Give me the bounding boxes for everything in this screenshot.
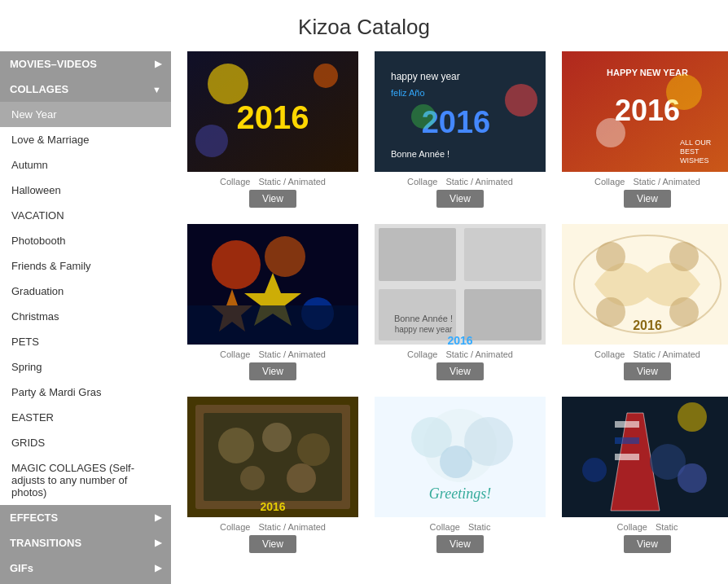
card-info-3: CollageStatic / Animated [594,177,700,187]
sidebar-item-effects[interactable]: EFFECTS▶ [0,505,171,530]
sidebar-label: Halloween [11,184,61,196]
card-animation-type: Static / Animated [445,349,513,359]
sidebar-label: MAGIC COLLAGES (Self-adjusts to any numb… [11,462,161,498]
svg-text:BEST: BEST [680,147,699,156]
svg-point-42 [669,297,699,327]
sidebar-item-collages[interactable]: COLLAGES▼ [0,77,171,102]
sidebar-label: PETS [11,336,39,348]
view-button-5[interactable]: View [436,362,484,380]
card-info-9: CollageStatic [617,522,678,532]
collage-card-7: 2016 CollageStatic / AnimatedView [187,397,358,553]
sidebar-item-photobooth[interactable]: Photobooth [0,228,171,253]
collage-image-3: HAPPY NEW YEAR 2016 ALL OUR BEST WISHES [562,51,728,172]
sidebar-item-party-mardi-gras[interactable]: Party & Mardi Gras [0,380,171,405]
card-info-6: CollageStatic / Animated [594,349,700,359]
view-button-2[interactable]: View [436,190,484,208]
arrow-icon: ▶ [155,538,161,548]
sidebar-item-easter[interactable]: EASTER [0,405,171,430]
collage-image-2: happy new year feliz Año 2016 Bonne Anné… [375,51,546,172]
view-button-4[interactable]: View [249,362,296,380]
svg-point-39 [596,242,625,271]
sidebar-item-transitions[interactable]: TRANSITIONS▶ [0,530,171,555]
svg-point-41 [596,297,625,327]
page-title: Kizoa Catalog [0,0,728,51]
svg-rect-31 [464,228,542,281]
view-button-8[interactable]: View [436,535,484,553]
card-animation-type: Static / Animated [633,177,700,187]
sidebar-label: COLLAGES [10,83,68,95]
sidebar-item-autumn[interactable]: Autumn [0,152,171,178]
view-button-3[interactable]: View [624,190,671,208]
sidebar-item-magic-collages[interactable]: MAGIC COLLAGES (Self-adjusts to any numb… [0,455,171,505]
collage-image-9 [562,397,728,517]
view-button-9[interactable]: View [624,535,671,553]
sidebar-item-spring[interactable]: Spring [0,354,171,380]
collage-card-2: happy new year feliz Año 2016 Bonne Anné… [375,51,546,208]
svg-rect-30 [379,228,456,281]
sidebar-label: Love & Marriage [11,134,89,146]
collage-image-7: 2016 [187,397,358,517]
card-type-label: Collage [220,177,250,187]
view-button-7[interactable]: View [249,535,296,553]
card-view-row: View [249,190,296,208]
sidebar-item-love-marriage[interactable]: Love & Marriage [0,127,171,152]
collage-card-4: CollageStatic / AnimatedView [187,224,358,380]
card-animation-type: Static / Animated [633,349,700,359]
sidebar-item-vacation[interactable]: VACATION [0,203,171,228]
collage-image-5: 2016 Bonne Année ! happy new year [375,224,546,345]
sidebar-item-gifs[interactable]: GIFs▶ [0,555,171,581]
sidebar-label: GRIDS [11,437,45,449]
collage-card-9: CollageStaticView [562,397,728,553]
sidebar-label: VACATION [11,209,64,222]
sidebar-label: TRANSITIONS [10,537,81,549]
card-type-label: Collage [407,177,437,187]
sidebar-item-halloween[interactable]: Halloween [0,178,171,203]
view-button-1[interactable]: View [249,190,296,208]
svg-point-24 [265,236,305,277]
collage-grid: 2016 CollageStatic / AnimatedView happy … [187,51,728,553]
svg-point-18 [666,74,702,110]
arrow-icon: ▶ [155,59,161,69]
svg-point-11 [505,84,537,116]
svg-point-2 [208,64,248,104]
svg-text:2016: 2016 [633,318,662,332]
card-view-row: View [436,535,484,553]
card-view-row: View [624,535,671,553]
sidebar-label: EFFECTS [10,512,58,524]
svg-text:feliz Año: feliz Año [391,88,425,98]
svg-text:WISHES: WISHES [680,156,709,165]
svg-text:2016: 2016 [447,334,472,345]
collage-card-8: Greetings! CollageStaticView [375,397,546,553]
card-view-row: View [249,362,296,380]
card-view-row: View [436,362,484,380]
card-animation-type: Static [468,522,491,532]
card-type-label: Collage [594,177,625,187]
sidebar-label: Graduation [11,285,64,297]
card-info-7: CollageStatic / Animated [220,522,326,532]
main-content: 2016 CollageStatic / AnimatedView happy … [171,51,728,584]
svg-rect-63 [615,437,639,444]
card-view-row: View [436,190,484,208]
svg-point-66 [678,463,707,493]
svg-point-40 [669,242,699,271]
sidebar-item-new-year[interactable]: New Year [0,102,171,127]
sidebar-item-friends-family[interactable]: Friends & Family [0,253,171,279]
svg-point-67 [582,458,607,482]
sidebar-item-pets[interactable]: PETS [0,329,171,354]
sidebar-label: EASTER [11,411,54,424]
sidebar-item-grids[interactable]: GRIDS [0,430,171,455]
sidebar-label: Christmas [11,310,59,323]
card-info-2: CollageStatic / Animated [407,177,513,187]
card-type-label: Collage [430,522,460,532]
svg-text:ALL OUR: ALL OUR [680,138,712,147]
sidebar-item-christmas[interactable]: Christmas [0,304,171,329]
card-type-label: Collage [617,522,647,532]
sidebar-item-music[interactable]: MUSIC▶ [0,581,171,584]
arrow-icon: ▶ [155,512,161,523]
sidebar-item-graduation[interactable]: Graduation [0,279,171,304]
svg-point-17 [596,118,625,147]
svg-rect-53 [187,397,358,517]
sidebar-item-movies[interactable]: MOVIES–VIDEOS▶ [0,51,171,77]
sidebar-label: GIFs [10,562,33,574]
view-button-6[interactable]: View [624,362,671,380]
